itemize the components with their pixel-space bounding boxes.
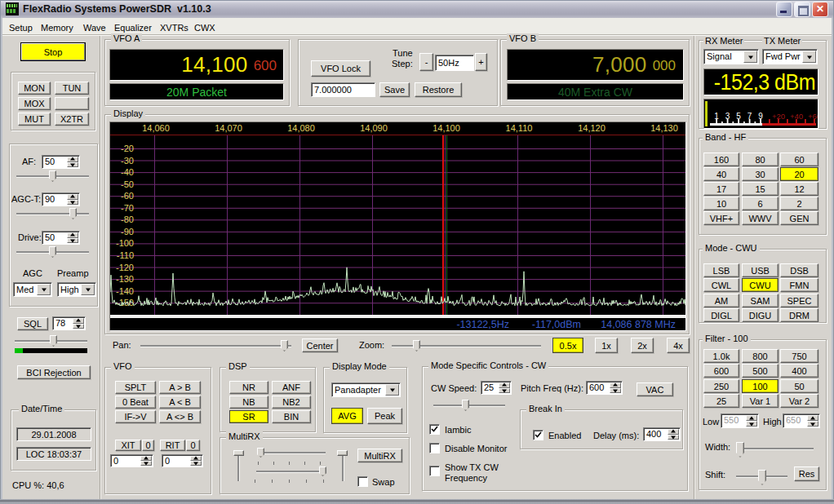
svg-text:14,100: 14,100: [433, 123, 460, 133]
svg-text:-60: -60: [121, 191, 134, 201]
svg-text:-100: -100: [116, 238, 134, 248]
svg-text:-80: -80: [121, 214, 134, 224]
svg-text:-90: -90: [121, 227, 134, 237]
svg-text:14,086 878 MHz: 14,086 878 MHz: [601, 319, 676, 330]
svg-text:+20: +20: [772, 112, 785, 121]
svg-text:-40: -40: [121, 167, 134, 177]
svg-text:14,090: 14,090: [360, 123, 388, 133]
svg-text:-70: -70: [121, 203, 134, 213]
svg-text:-30: -30: [121, 156, 134, 166]
svg-text:14,130: 14,130: [650, 123, 678, 133]
svg-text:+40: +40: [790, 112, 803, 121]
svg-text:-13122,5Hz: -13122,5Hz: [456, 319, 509, 330]
svg-text:14,110: 14,110: [506, 123, 533, 133]
svg-text:14,070: 14,070: [215, 123, 242, 133]
svg-text:-120: -120: [116, 263, 134, 272]
svg-text:-50: -50: [121, 179, 134, 189]
svg-text:-20: -20: [121, 144, 134, 153]
svg-text:-117,0dBm: -117,0dBm: [532, 319, 581, 330]
svg-text:-130: -130: [116, 274, 134, 284]
svg-text:-140: -140: [116, 286, 134, 296]
svg-text:14,080: 14,080: [287, 123, 315, 133]
svg-text:14,060: 14,060: [142, 123, 170, 133]
svg-text:+60: +60: [808, 112, 818, 121]
svg-text:-110: -110: [117, 250, 134, 260]
svg-text:14,120: 14,120: [578, 123, 606, 133]
